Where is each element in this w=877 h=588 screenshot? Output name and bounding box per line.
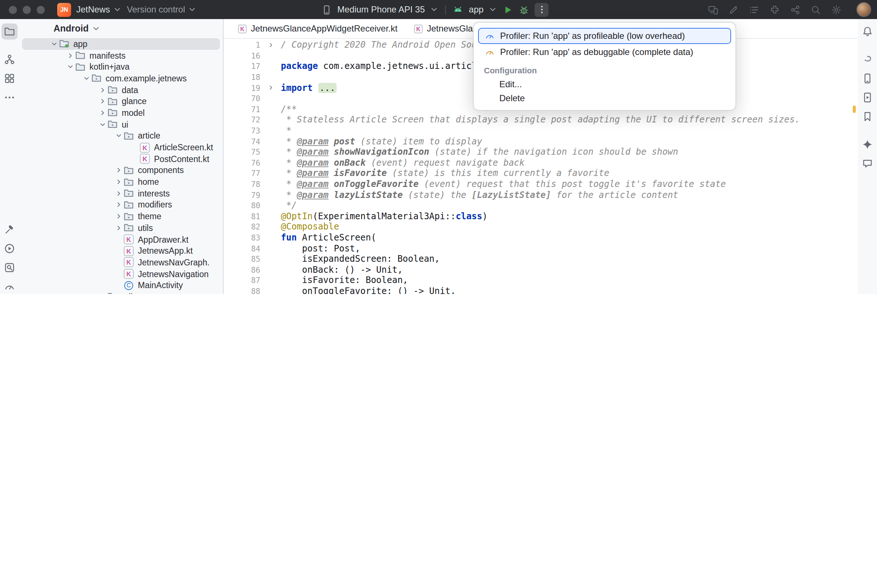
tree-item-com-example-jetnews[interactable]: com.example.jetnews	[19, 73, 223, 84]
tree-item-model[interactable]: model	[19, 107, 223, 118]
tree-item-postcontent-kt[interactable]: KPostContent.kt	[19, 153, 223, 165]
chevron-right-icon[interactable]	[65, 52, 75, 59]
tree-item-utils[interactable]: utils	[19, 222, 223, 234]
line-number[interactable]: 87	[223, 276, 268, 285]
code-line[interactable]: 79 * @param lazyListState (state) the [L…	[223, 189, 858, 200]
line-number[interactable]: 78	[223, 180, 268, 188]
build-hammer-icon[interactable]	[1, 221, 18, 237]
chevron-down-icon[interactable]	[49, 40, 58, 48]
gemini-sparkle-icon[interactable]	[859, 136, 876, 153]
code-line[interactable]: 78 * @param onToggleFavorite (event) req…	[223, 178, 858, 189]
chevron-down-icon[interactable]	[81, 75, 91, 82]
run-config-selector[interactable]: app	[469, 4, 484, 15]
code-line[interactable]: 84 post: Post,	[223, 243, 858, 254]
popup-action-edit[interactable]: Edit...	[478, 77, 731, 91]
code-line[interactable]: 81@OptIn(ExperimentalMaterial3Api::class…	[223, 211, 858, 221]
chevron-right-icon[interactable]	[97, 86, 107, 93]
tree-item-data[interactable]: data	[19, 84, 223, 96]
popup-action-delete[interactable]: Delete	[478, 91, 731, 105]
search-icon[interactable]	[810, 4, 821, 15]
tree-item-theme[interactable]: theme	[19, 211, 223, 222]
code-line[interactable]: 75 * @param showNavigationIcon (state) i…	[223, 147, 858, 157]
popup-item[interactable]: Profiler: Run 'app' as profileable (low …	[478, 28, 731, 44]
tree-item-mainactivity[interactable]: CMainActivity	[19, 280, 223, 291]
share-link-icon[interactable]	[789, 4, 801, 15]
line-number[interactable]: 83	[223, 233, 268, 242]
chevron-right-icon[interactable]	[97, 293, 107, 294]
line-number[interactable]: 71	[223, 105, 268, 114]
chevron-down-icon[interactable]	[97, 121, 107, 128]
code-line[interactable]: 87 isFavorite: Boolean,	[223, 275, 858, 286]
editor-tab[interactable]: KJetnewsGlanceAppWidgetReceiver.kt	[229, 19, 405, 38]
settings-gear-icon[interactable]	[830, 4, 842, 15]
zoom-button[interactable]	[37, 6, 45, 14]
line-number[interactable]: 72	[223, 116, 268, 124]
app-inspection-icon[interactable]	[1, 260, 18, 276]
gradle-icon[interactable]	[859, 51, 876, 68]
chevron-right-icon[interactable]	[97, 109, 107, 117]
assistant-icon[interactable]	[859, 155, 876, 171]
chevron-right-icon[interactable]	[97, 98, 107, 105]
more-icon[interactable]	[1, 90, 18, 106]
line-number[interactable]: 73	[223, 126, 268, 135]
code-line[interactable]: 74 * @param post (state) item to display	[223, 136, 858, 147]
chevron-right-icon[interactable]	[114, 178, 123, 186]
project-menu[interactable]: JetNews	[76, 4, 122, 15]
tree-item-jetnewsapp-kt[interactable]: KJetnewsApp.kt	[19, 245, 223, 256]
more-run-options-button[interactable]	[535, 3, 549, 16]
tree-item-manifests[interactable]: manifests	[19, 50, 223, 61]
device-selector[interactable]: Medium Phone API 35	[337, 4, 425, 15]
tree-item-jetnewsnavgraph-[interactable]: KJetnewsNavGraph.	[19, 256, 223, 268]
vcs-menu[interactable]: Version control	[127, 4, 197, 15]
line-number[interactable]: 84	[223, 244, 268, 253]
code-line[interactable]: 72 * Stateless Article Screen that displ…	[223, 114, 858, 125]
tree-item-kotlin-java[interactable]: kotlin+java	[19, 61, 223, 73]
tree-item-app[interactable]: app	[22, 38, 220, 50]
tree-item-article[interactable]: article	[19, 130, 223, 141]
line-number[interactable]: 1	[223, 41, 268, 50]
resource-manager-icon[interactable]	[1, 70, 18, 87]
tree-item-home[interactable]: home	[19, 176, 223, 188]
project-folder-icon[interactable]	[1, 24, 18, 40]
chevron-right-icon[interactable]	[114, 201, 123, 208]
hierarchy-icon[interactable]	[1, 51, 18, 68]
line-number[interactable]: 80	[223, 201, 268, 210]
close-button[interactable]	[9, 6, 17, 14]
line-number[interactable]: 76	[223, 158, 268, 167]
tree-item-utils[interactable]: utils	[19, 291, 223, 294]
line-number[interactable]: 17	[223, 62, 268, 71]
code-line[interactable]: 86 onBack: () -> Unit,	[223, 264, 858, 275]
line-number[interactable]: 77	[223, 169, 268, 178]
line-number[interactable]: 16	[223, 51, 268, 60]
fold-chevron-icon[interactable]	[268, 42, 277, 48]
user-avatar[interactable]	[856, 2, 871, 17]
code-line[interactable]: 77 * @param isFavorite (state) is this i…	[223, 168, 858, 178]
run-play-icon[interactable]	[1, 240, 18, 256]
line-number[interactable]: 86	[223, 266, 268, 274]
chevron-right-icon[interactable]	[114, 190, 123, 197]
plugin-icon[interactable]	[769, 4, 780, 15]
line-number[interactable]: 19	[223, 83, 268, 92]
minimize-button[interactable]	[23, 6, 31, 14]
tree-item-glance[interactable]: glance	[19, 96, 223, 107]
line-number[interactable]: 85	[223, 254, 268, 263]
code-line[interactable]: 85 isExpandedScreen: Boolean,	[223, 254, 858, 264]
chevron-down-icon[interactable]	[65, 63, 75, 70]
tree-item-ui[interactable]: ui	[19, 119, 223, 130]
tree-item-modifiers[interactable]: modifiers	[19, 199, 223, 210]
notifications-bell-icon[interactable]	[859, 24, 876, 40]
line-number[interactable]: 79	[223, 190, 268, 199]
code-line[interactable]: 73 *	[223, 125, 858, 136]
tree-item-appdrawer-kt[interactable]: KAppDrawer.kt	[19, 234, 223, 245]
tree-item-components[interactable]: components	[19, 165, 223, 176]
project-view-selector[interactable]: Android	[19, 19, 223, 38]
device-streaming-icon[interactable]	[707, 4, 719, 15]
running-devices-icon[interactable]	[859, 90, 876, 106]
line-number[interactable]: 82	[223, 222, 268, 231]
chevron-right-icon[interactable]	[114, 167, 123, 174]
code-line[interactable]: 82@Composable	[223, 221, 858, 232]
chevron-right-icon[interactable]	[114, 213, 123, 220]
popup-item[interactable]: Profiler: Run 'app' as debuggable (compl…	[478, 44, 731, 60]
line-number[interactable]: 74	[223, 137, 268, 146]
code-line[interactable]: 76 * @param onBack (event) request navig…	[223, 157, 858, 168]
